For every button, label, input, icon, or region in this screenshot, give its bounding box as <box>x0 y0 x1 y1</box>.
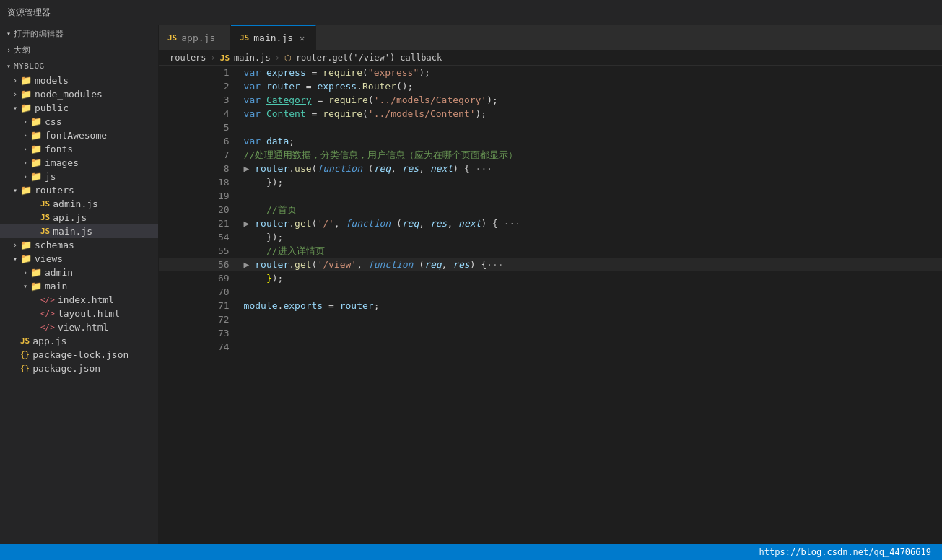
arrow-js-folder <box>20 172 30 180</box>
line-num-70: 70 <box>159 285 240 299</box>
sidebar-schemas-label: schemas <box>35 240 74 250</box>
line-num-72: 72 <box>159 312 240 326</box>
sidebar-item-css[interactable]: 📁 css <box>0 115 158 128</box>
code-row-54: 54 }); <box>159 230 942 244</box>
sidebar-package-json-label: package.json <box>32 363 100 374</box>
js-icon-breadcrumb: JS <box>220 53 230 63</box>
sidebar-item-view-html[interactable]: </> view.html <box>0 320 158 334</box>
code-row-2: 2 var router = express.Router(); <box>159 79 942 93</box>
sidebar-item-views[interactable]: 📁 views <box>0 252 158 266</box>
js-icon-admin: JS <box>40 199 50 209</box>
line-num-69: 69 <box>159 271 240 285</box>
arrow-myblog <box>4 62 14 70</box>
json-icon-package-lock: {} <box>20 350 30 359</box>
breadcrumb-routers[interactable]: routers <box>170 53 206 63</box>
sidebar-images-label: images <box>45 157 79 168</box>
sidebar-item-main-js[interactable]: JS main.js <box>0 224 158 238</box>
code-row-8: 8 ▶ router.use(function (req, res, next)… <box>159 162 942 175</box>
code-row-6: 6 var data; <box>159 134 942 148</box>
sidebar-views-admin-label: admin <box>45 267 73 278</box>
sidebar-css-label: css <box>45 116 61 127</box>
sidebar-open-editors-label: 打开的编辑器 <box>14 28 64 39</box>
line-num-2: 2 <box>159 79 240 93</box>
status-url: https://blog.csdn.net/qq_44706619 <box>759 547 931 557</box>
sidebar-item-node-modules[interactable]: 📁 node_modules <box>0 87 158 101</box>
sidebar-main-js-label: main.js <box>53 226 92 237</box>
arrow-fontawesome <box>20 131 30 139</box>
sidebar-item-js-folder[interactable]: 📁 js <box>0 170 158 183</box>
folder-icon-fontawesome: 📁 <box>30 130 42 141</box>
sidebar-item-package-json[interactable]: {} package.json <box>0 362 158 375</box>
sidebar-section-myblog[interactable]: MYBLOG <box>0 58 158 74</box>
sidebar-item-fonts[interactable]: 📁 fonts <box>0 142 158 156</box>
sidebar-item-schemas[interactable]: 📁 schemas <box>0 238 158 252</box>
sidebar-item-index-html[interactable]: </> index.html <box>0 293 158 307</box>
sidebar-section-open-editors[interactable]: 打开的编辑器 <box>0 25 158 42</box>
sidebar-item-routers[interactable]: 📁 routers <box>0 183 158 197</box>
sidebar-models-label: models <box>35 75 69 86</box>
code-row-20: 20 //首页 <box>159 203 942 216</box>
code-row-70: 70 <box>159 285 942 299</box>
code-row-56: 56 ▶ router.get('/view', function (req, … <box>159 258 942 271</box>
sidebar-root-app-js-label: app.js <box>32 336 66 346</box>
breadcrumb-sep-2: › <box>275 53 280 63</box>
arrow-models <box>10 76 20 84</box>
sidebar-item-layout-html[interactable]: </> layout.html <box>0 307 158 320</box>
line-num-20: 20 <box>159 203 240 216</box>
folder-icon-schemas: 📁 <box>20 240 32 250</box>
arrow-node-modules <box>10 90 20 98</box>
tab-close-main-js[interactable]: ✕ <box>297 32 307 44</box>
code-line-3: var Category = require('../models/Catego… <box>240 93 942 107</box>
tab-main-js[interactable]: JS main.js ✕ <box>231 25 316 50</box>
sidebar-item-images[interactable]: 📁 images <box>0 156 158 170</box>
line-num-21: 21 <box>159 216 240 230</box>
sidebar-package-lock-label: package-lock.json <box>32 349 128 360</box>
code-row-71: 71 module.exports = router; <box>159 299 942 312</box>
line-num-3: 3 <box>159 93 240 107</box>
sidebar-node-modules-label: node_modules <box>35 89 103 100</box>
sidebar-layout-html-label: layout.html <box>58 308 120 319</box>
line-num-54: 54 <box>159 230 240 244</box>
code-row-7: 7 //处理通用数据，分类信息，用户信息（应为在哪个页面都显示） <box>159 148 942 162</box>
sidebar: 打开的编辑器 大纲 MYBLOG 📁 models 📁 node_modules <box>0 25 159 544</box>
sidebar-item-root-app-js[interactable]: JS app.js <box>0 334 158 348</box>
tab-app-js[interactable]: JS app.js <box>159 25 231 50</box>
sidebar-section-outline[interactable]: 大纲 <box>0 42 158 58</box>
sidebar-index-html-label: index.html <box>58 294 114 305</box>
breadcrumb-callback[interactable]: router.get('/view') callback <box>296 53 442 63</box>
html-icon-layout: </> <box>40 309 55 318</box>
editor-content[interactable]: 1 var express = require("express"); 2 va… <box>159 66 942 544</box>
code-line-56: ▶ router.get('/view', function (req, res… <box>240 258 942 271</box>
code-row-55: 55 //进入详情页 <box>159 244 942 258</box>
sidebar-item-api-js[interactable]: JS api.js <box>0 211 158 224</box>
tabs-bar: JS app.js JS main.js ✕ <box>159 25 942 51</box>
sidebar-js-folder-label: js <box>45 171 56 182</box>
js-icon-api: JS <box>40 213 50 222</box>
code-line-18: }); <box>240 175 942 189</box>
sidebar-item-admin-js[interactable]: JS admin.js <box>0 197 158 211</box>
sidebar-item-views-main[interactable]: 📁 main <box>0 279 158 293</box>
sidebar-item-views-admin[interactable]: 📁 admin <box>0 266 158 279</box>
code-row-21: 21 ▶ router.get('/', function (req, res,… <box>159 216 942 230</box>
js-icon-main: JS <box>40 227 50 236</box>
fn-icon-breadcrumb: ⬡ <box>284 53 292 63</box>
sidebar-item-public[interactable]: 📁 public <box>0 101 158 115</box>
code-row-1: 1 var express = require("express"); <box>159 66 942 79</box>
breadcrumb-main-js[interactable]: main.js <box>234 53 271 63</box>
sidebar-item-package-lock[interactable]: {} package-lock.json <box>0 348 158 362</box>
sidebar-item-models[interactable]: 📁 models <box>0 74 158 87</box>
code-line-20: //首页 <box>240 203 942 216</box>
top-bar-title: 资源管理器 <box>7 6 51 19</box>
arrow-open-editors <box>4 30 14 38</box>
sidebar-item-fontawesome[interactable]: 📁 fontAwesome <box>0 128 158 142</box>
arrow-fonts <box>20 145 30 153</box>
line-num-5: 5 <box>159 121 240 134</box>
sidebar-outline-label: 大纲 <box>14 45 30 56</box>
code-line-5 <box>240 121 942 134</box>
html-icon-index: </> <box>40 295 55 305</box>
js-icon-tab-main: JS <box>240 33 249 43</box>
line-num-71: 71 <box>159 299 240 312</box>
code-line-19 <box>240 189 942 203</box>
arrow-views-main <box>20 282 30 290</box>
line-num-8: 8 <box>159 162 240 175</box>
